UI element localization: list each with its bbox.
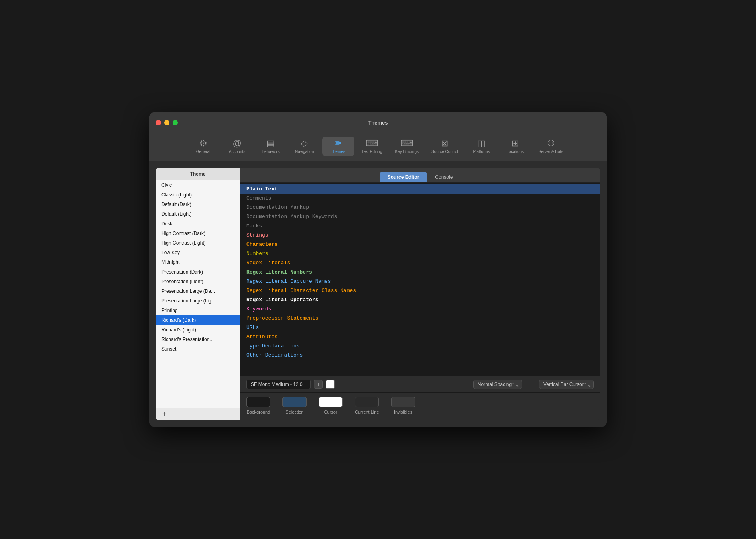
navigation-icon: ◇ <box>301 139 308 148</box>
platforms-icon: ◫ <box>477 139 486 148</box>
sidebar-item-printing[interactable]: Printing <box>156 306 240 315</box>
sidebar-item-presentation-light[interactable]: Presentation (Light) <box>156 277 240 286</box>
toolbar-label-themes: Themes <box>331 149 345 154</box>
tab-console[interactable]: Console <box>427 172 461 182</box>
toolbar: ⚙General@Accounts▤Behaviors◇Navigation✏T… <box>149 133 607 161</box>
locations-icon: ⊞ <box>512 139 519 148</box>
general-icon: ⚙ <box>199 139 207 148</box>
add-theme-button[interactable]: + <box>161 410 168 418</box>
syntax-item-doc-markup[interactable]: Documentation Markup <box>240 203 600 212</box>
syntax-item-regex-literal-numbers[interactable]: Regex Literal Numbers <box>240 267 600 277</box>
content-area: Theme CivicClassic (Light)Default (Dark)… <box>149 161 607 427</box>
color-swatch-current-line[interactable] <box>355 397 379 407</box>
toolbar-label-key-bindings: Key Bindings <box>395 149 419 154</box>
sidebar-item-high-contrast-light[interactable]: High Contrast (Light) <box>156 238 240 248</box>
sidebar-item-low-key[interactable]: Low Key <box>156 248 240 257</box>
color-swatch-background[interactable] <box>246 397 270 407</box>
toolbar-item-locations[interactable]: ⊞Locations <box>499 137 531 156</box>
syntax-list[interactable]: Plain TextCommentsDocumentation MarkupDo… <box>240 183 600 376</box>
toolbar-label-platforms: Platforms <box>473 149 490 154</box>
theme-list[interactable]: CivicClassic (Light)Default (Dark)Defaul… <box>156 180 240 408</box>
toolbar-item-text-editing[interactable]: ⌨Text Editing <box>356 137 388 156</box>
toolbar-label-text-editing: Text Editing <box>362 149 382 154</box>
cursor-dropdown[interactable]: Vertical Bar Cursor <box>539 380 594 389</box>
syntax-item-urls[interactable]: URLs <box>240 323 600 332</box>
sidebar-item-dusk[interactable]: Dusk <box>156 219 240 229</box>
tab-source-editor[interactable]: Source Editor <box>380 172 427 182</box>
toolbar-item-behaviors[interactable]: ▤Behaviors <box>255 137 287 156</box>
sidebar-item-sunset[interactable]: Sunset <box>156 344 240 354</box>
syntax-item-doc-markup-keywords[interactable]: Documentation Markup Keywords <box>240 212 600 221</box>
sidebar-item-default-dark[interactable]: Default (Dark) <box>156 200 240 209</box>
syntax-item-regex-literal-capture[interactable]: Regex Literal Capture Names <box>240 277 600 286</box>
color-label-selection: Selection <box>285 410 303 414</box>
syntax-item-preprocessor[interactable]: Preprocessor Statements <box>240 314 600 323</box>
toolbar-label-navigation: Navigation <box>295 149 314 154</box>
sidebar-item-presentation-dark[interactable]: Presentation (Dark) <box>156 267 240 277</box>
toolbar-item-general[interactable]: ⚙General <box>187 137 219 156</box>
toolbar-item-server-bots[interactable]: ⚇Server & Bots <box>533 137 569 156</box>
syntax-item-comments[interactable]: Comments <box>240 194 600 203</box>
toolbar-label-server-bots: Server & Bots <box>539 149 563 154</box>
sidebar-item-presentation-large-light[interactable]: Presentation Large (Lig... <box>156 296 240 306</box>
syntax-item-numbers[interactable]: Numbers <box>240 249 600 258</box>
syntax-item-attributes[interactable]: Attributes <box>240 332 600 341</box>
sidebar-footer: + − <box>156 408 240 420</box>
toolbar-item-navigation[interactable]: ◇Navigation <box>289 137 321 156</box>
behaviors-icon: ▤ <box>266 139 275 148</box>
sidebar-item-default-light[interactable]: Default (Light) <box>156 209 240 219</box>
toolbar-item-platforms[interactable]: ◫Platforms <box>465 137 498 156</box>
syntax-item-marks[interactable]: Marks <box>240 221 600 231</box>
toolbar-label-general: General <box>196 149 211 154</box>
toolbar-item-accounts[interactable]: @Accounts <box>221 137 253 156</box>
cursor-section: | Vertical Bar Cursor ⌃⌄ <box>532 380 594 389</box>
sidebar-item-civic[interactable]: Civic <box>156 180 240 190</box>
spacing-dropdown[interactable]: Normal Spacing <box>473 380 522 389</box>
sidebar-item-richards-presentation[interactable]: Richard's Presentation... <box>156 335 240 344</box>
color-swatch-cursor[interactable] <box>319 397 343 407</box>
syntax-item-regex-literal-operators[interactable]: Regex Literal Operators <box>240 295 600 304</box>
server-bots-icon: ⚇ <box>547 139 555 148</box>
text-color-swatch[interactable] <box>326 380 335 389</box>
key-bindings-icon: ⌨ <box>400 139 413 148</box>
color-item-current-line: Current Line <box>355 397 379 414</box>
color-swatch-selection[interactable] <box>282 397 307 407</box>
syntax-item-type-declarations[interactable]: Type Declarations <box>240 341 600 351</box>
sidebar-item-richards-light[interactable]: Richard's (Light) <box>156 325 240 335</box>
titlebar: Themes <box>149 112 607 133</box>
font-picker-button[interactable]: T <box>314 380 323 389</box>
toolbar-item-key-bindings[interactable]: ⌨Key Bindings <box>390 137 424 156</box>
toolbar-label-locations: Locations <box>506 149 524 154</box>
toolbar-item-source-control[interactable]: ⊠Source Control <box>426 137 464 156</box>
sidebar-item-richards-dark[interactable]: Richard's (Dark) <box>156 315 240 325</box>
toolbar-item-themes[interactable]: ✏Themes <box>322 137 354 156</box>
toolbar-label-behaviors: Behaviors <box>262 149 279 154</box>
syntax-item-other-declarations[interactable]: Other Declarations <box>240 351 600 360</box>
maximize-button[interactable] <box>173 120 178 125</box>
cursor-icon: | <box>532 381 537 388</box>
syntax-item-strings[interactable]: Strings <box>240 231 600 240</box>
syntax-item-regex-literal-char-class[interactable]: Regex Literal Character Class Names <box>240 286 600 295</box>
sidebar-item-classic-light[interactable]: Classic (Light) <box>156 190 240 200</box>
preferences-window: Themes ⚙General@Accounts▤Behaviors◇Navig… <box>149 112 607 427</box>
close-button[interactable] <box>156 120 161 125</box>
font-display: SF Mono Medium - 12.0 <box>246 380 311 389</box>
toolbar-label-source-control: Source Control <box>431 149 458 154</box>
remove-theme-button[interactable]: − <box>172 410 180 418</box>
sidebar-header: Theme <box>156 168 240 180</box>
minimize-button[interactable] <box>164 120 169 125</box>
spacing-dropdown-wrap: Normal Spacing ⌃⌄ <box>473 380 522 389</box>
tab-bar: Source EditorConsole <box>240 168 600 183</box>
syntax-item-regex-literals[interactable]: Regex Literals <box>240 258 600 267</box>
sidebar-item-high-contrast-dark[interactable]: High Contrast (Dark) <box>156 229 240 238</box>
editor-footer: SF Mono Medium - 12.0 T Normal Spacing ⌃… <box>240 376 600 392</box>
syntax-item-plain-text[interactable]: Plain Text <box>240 184 600 194</box>
accounts-icon: @ <box>232 139 241 148</box>
syntax-item-characters[interactable]: Characters <box>240 240 600 249</box>
sidebar-item-midnight[interactable]: Midnight <box>156 257 240 267</box>
color-item-invisibles: Invisibles <box>391 397 415 414</box>
color-swatch-invisibles[interactable] <box>391 397 415 407</box>
sidebar-item-presentation-large-dark[interactable]: Presentation Large (Da... <box>156 286 240 296</box>
syntax-item-keywords[interactable]: Keywords <box>240 304 600 314</box>
color-label-cursor: Cursor <box>324 410 337 414</box>
